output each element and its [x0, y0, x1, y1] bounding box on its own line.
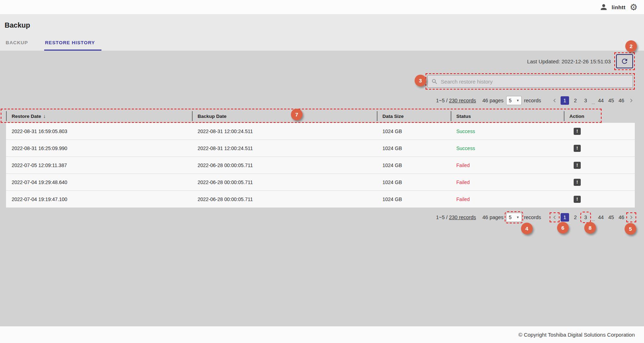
user-avatar-icon — [600, 3, 608, 11]
last-updated-text: Last Updated: 2022-12-26 15:51:03 — [527, 58, 611, 64]
cell-data-size: 1024 GB — [377, 145, 451, 151]
column-header-data-size[interactable]: Data Size — [377, 109, 451, 123]
page-button-3[interactable]: 3 — [582, 213, 590, 222]
header-label: Data Size — [382, 114, 404, 119]
detail-exclamation-icon[interactable]: ! — [574, 128, 581, 135]
annotation-badge-6: 6 — [557, 222, 569, 234]
cell-data-size: 1024 GB — [377, 162, 451, 168]
cell-status: Success — [451, 145, 564, 151]
page-button-45[interactable]: 45 — [607, 96, 615, 105]
prev-page-button[interactable] — [551, 214, 558, 221]
cell-backup-date: 2022-08-31 12:00:24.511 — [192, 145, 377, 151]
column-header-action[interactable]: Action — [564, 109, 635, 123]
cell-restore-date: 2022-08-31 16:25:09.990 — [6, 145, 192, 151]
top-bar: linhtt ⚙ — [0, 0, 644, 14]
footer: © Copyright Toshiba Digital Solutions Co… — [0, 326, 644, 343]
cell-restore-date: 2022-07-05 12:09:11.387 — [6, 162, 192, 168]
pages-count: 46 pages — [482, 98, 504, 103]
cell-backup-date: 2022-06-28 00:00:05.711 — [192, 162, 377, 168]
cell-restore-date: 2022-07-04 19:19:47.100 — [6, 196, 192, 202]
cell-action: ! — [564, 162, 635, 169]
detail-exclamation-icon[interactable]: ! — [574, 162, 581, 169]
next-page-button[interactable] — [628, 97, 635, 104]
settings-gear-icon[interactable]: ⚙ — [630, 3, 638, 12]
username[interactable]: linhtt — [612, 4, 626, 10]
page-title: Backup — [0, 14, 644, 29]
cell-backup-date: 2022-06-28 00:00:05.711 — [192, 179, 377, 185]
records-label: records — [524, 98, 541, 103]
cell-status: Failed — [451, 179, 564, 185]
column-header-status[interactable]: Status — [451, 109, 564, 123]
record-range: 1~5 / 230 records — [436, 215, 476, 220]
search-input[interactable] — [441, 79, 633, 85]
per-page-select[interactable]: 5 ▼ — [506, 213, 522, 222]
cell-status: Failed — [451, 196, 564, 202]
page-button-3[interactable]: 3 — [582, 96, 590, 105]
cell-status: Success — [451, 128, 564, 134]
chevron-down-icon: ▼ — [516, 99, 520, 102]
cell-backup-date: 2022-06-28 00:00:05.711 — [192, 196, 377, 202]
table-row: 2022-07-04 19:19:47.100 2022-06-28 00:00… — [6, 191, 635, 208]
refresh-button[interactable] — [616, 54, 633, 68]
records-label: records — [524, 215, 541, 220]
detail-exclamation-icon[interactable]: ! — [574, 145, 581, 152]
per-page-value: 5 — [509, 215, 511, 220]
annotation-box-search — [426, 73, 635, 90]
prev-page-button[interactable] — [551, 97, 558, 104]
annotation-badge-2: 2 — [625, 40, 637, 52]
table-row: 2022-08-31 16:59:05.803 2022-08-31 12:00… — [6, 123, 635, 140]
chevron-left-icon — [551, 97, 558, 104]
cell-restore-date: 2022-08-31 16:59:05.803 — [6, 128, 192, 134]
page-nav: 1 2 3 ... 44 45 46 — [551, 96, 635, 105]
backup-page: linhtt ⚙ Backup BACKUP RESTORE HISTORY L… — [0, 0, 644, 343]
page-button-2[interactable]: 2 — [572, 96, 579, 105]
per-page-select[interactable]: 5 ▼ — [506, 96, 522, 105]
cell-restore-date: 2022-07-04 19:29:48.640 — [6, 179, 192, 185]
chevron-right-icon — [628, 214, 634, 221]
search-field — [427, 75, 633, 88]
annotation-badge-8: 8 — [584, 222, 596, 234]
tab-restore-history[interactable]: RESTORE HISTORY — [44, 36, 101, 51]
pages-count: 46 pages — [482, 215, 504, 220]
cell-data-size: 1024 GB — [377, 128, 451, 134]
records-link[interactable]: 230 records — [449, 215, 476, 220]
records-link[interactable]: 230 records — [449, 98, 476, 103]
annotation-badge-4: 4 — [521, 223, 533, 234]
detail-exclamation-icon[interactable]: ! — [574, 179, 581, 186]
main-content: Last Updated: 2022-12-26 15:51:03 — [0, 51, 644, 326]
per-page-value: 5 — [509, 98, 511, 103]
page-nav: 1 2 3 ... 44 45 46 — [551, 213, 635, 222]
page-button-1[interactable]: 1 — [561, 213, 569, 222]
annotation-badge-3: 3 — [415, 75, 426, 86]
cell-action: ! — [564, 196, 635, 203]
page-ellipsis: ... — [592, 217, 595, 222]
page-button-46[interactable]: 46 — [617, 96, 625, 105]
annotation-badge-7: 7 — [291, 109, 303, 120]
restore-history-table: Restore Date↓ Backup Date Data Size Stat… — [6, 109, 635, 208]
cell-action: ! — [564, 145, 635, 152]
chevron-left-icon — [551, 214, 558, 221]
table-row: 2022-07-05 12:09:11.387 2022-06-28 00:00… — [6, 157, 635, 174]
column-header-backup-date[interactable]: Backup Date — [192, 109, 377, 123]
next-page-button[interactable] — [628, 214, 635, 221]
table-row: 2022-08-31 16:25:09.990 2022-08-31 12:00… — [6, 140, 635, 157]
page-button-46[interactable]: 46 — [617, 213, 625, 222]
search-row — [0, 73, 644, 90]
range-text: 1~5 / — [436, 215, 449, 220]
tab-backup[interactable]: BACKUP — [5, 36, 34, 51]
table-row: 2022-07-04 19:29:48.640 2022-06-28 00:00… — [6, 174, 635, 191]
annotation-badge-5: 5 — [625, 223, 636, 235]
page-button-44[interactable]: 44 — [597, 213, 605, 222]
page-button-45[interactable]: 45 — [607, 213, 615, 222]
header-label: Status — [456, 114, 471, 119]
tab-bar: BACKUP RESTORE HISTORY — [0, 36, 644, 51]
page-button-2[interactable]: 2 — [572, 213, 579, 222]
page-button-44[interactable]: 44 — [597, 96, 605, 105]
header-label: Backup Date — [198, 114, 227, 119]
column-header-restore-date[interactable]: Restore Date↓ — [6, 109, 192, 123]
search-icon — [431, 78, 438, 85]
detail-exclamation-icon[interactable]: ! — [574, 196, 581, 203]
copyright-text: © Copyright Toshiba Digital Solutions Co… — [519, 332, 635, 338]
page-button-1[interactable]: 1 — [561, 96, 569, 105]
cell-data-size: 1024 GB — [377, 179, 451, 185]
